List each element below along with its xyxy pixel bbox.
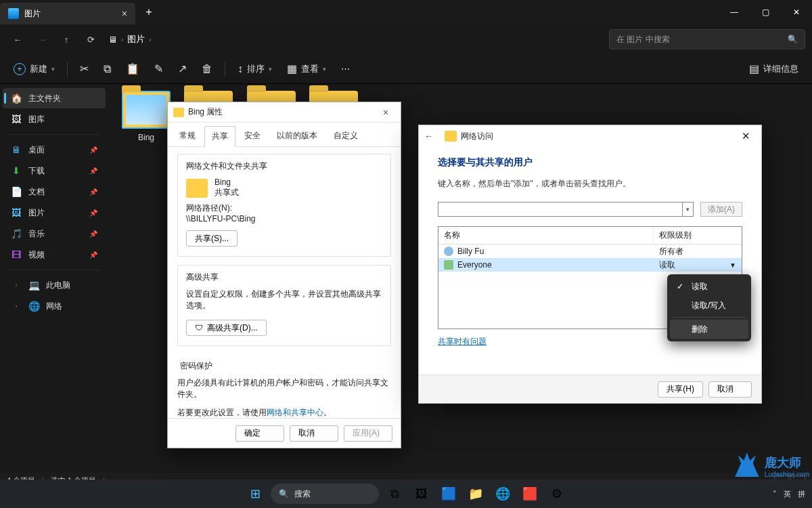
dialog-desc: 键入名称，然后单击"添加"，或者单击箭头查找用户。 bbox=[438, 178, 742, 190]
table-row[interactable]: Everyone 读取▼ bbox=[438, 258, 742, 272]
menu-item-readwrite[interactable]: 读取/写入 bbox=[670, 296, 748, 315]
sharing-trouble-link[interactable]: 共享时有问题 bbox=[438, 336, 487, 347]
tab-customize[interactable]: 自定义 bbox=[326, 125, 365, 146]
taskbar-explorer[interactable]: 📁 bbox=[464, 482, 487, 505]
chevron-down-icon[interactable]: ▼ bbox=[729, 261, 736, 269]
close-button[interactable]: ✕ bbox=[781, 0, 812, 24]
col-name[interactable]: 名称 bbox=[438, 227, 654, 244]
dialog-titlebar[interactable]: Bing 属性 × bbox=[168, 102, 401, 123]
user-name: Billy Fu bbox=[457, 247, 484, 256]
close-icon[interactable]: ✕ bbox=[736, 130, 756, 142]
advanced-share-button[interactable]: 高级共享(D)... bbox=[186, 320, 267, 336]
menu-item-remove[interactable]: 删除 bbox=[670, 320, 748, 339]
forward-button[interactable]: → bbox=[31, 28, 53, 50]
new-tab-button[interactable]: + bbox=[135, 0, 162, 24]
chevron-down-icon[interactable]: ▾ bbox=[682, 203, 693, 216]
properties-dialog: Bing 属性 × 常规 共享 安全 以前的版本 自定义 网络文件和文件夹共享 … bbox=[167, 102, 401, 448]
maximize-button[interactable]: ▢ bbox=[750, 0, 781, 24]
up-button[interactable]: ↑ bbox=[55, 28, 77, 50]
pin-icon: 📌 bbox=[89, 209, 97, 217]
minimize-button[interactable]: — bbox=[719, 0, 750, 24]
chevron-down-icon: ▾ bbox=[323, 66, 326, 72]
share-button[interactable]: 共享(S)... bbox=[186, 230, 238, 247]
explorer-tab[interactable]: 图片 × bbox=[0, 3, 135, 24]
tab-sharing[interactable]: 共享 bbox=[204, 126, 235, 147]
sidebar-item-label: 音乐 bbox=[28, 228, 45, 240]
menu-item-read[interactable]: ✓ 读取 bbox=[670, 277, 748, 296]
view-button[interactable]: ▦ 查看 ▾ bbox=[280, 58, 333, 80]
tab-label: 图片 bbox=[24, 8, 41, 20]
group-title: 密码保护 bbox=[177, 360, 215, 372]
tab-previous-versions[interactable]: 以前的版本 bbox=[269, 125, 325, 146]
chevron-right-icon: › bbox=[11, 301, 22, 312]
tray-chevron-icon[interactable]: ˄ bbox=[773, 490, 777, 499]
table-row[interactable]: Billy Fu 所有者 bbox=[438, 245, 742, 258]
sidebar-item-network[interactable]: › 🌐 网络 bbox=[3, 296, 106, 316]
new-button[interactable]: + 新建 ▾ bbox=[7, 58, 62, 80]
sort-button[interactable]: ↕ 排序 ▾ bbox=[231, 58, 279, 80]
taskbar-edge[interactable]: 🌐 bbox=[491, 482, 514, 505]
folder-bing[interactable]: Bing bbox=[118, 91, 175, 142]
search-input[interactable]: 在 图片 中搜索 🔍 bbox=[609, 29, 805, 49]
sidebar-item-thispc[interactable]: › 💻 此电脑 bbox=[3, 275, 106, 295]
delete-button[interactable]: 🗑 bbox=[195, 58, 219, 80]
pin-icon: 📌 bbox=[89, 167, 97, 175]
sidebar-item-pictures[interactable]: 🖼 图片 📌 bbox=[3, 203, 106, 223]
more-button[interactable]: ⋯ bbox=[334, 58, 357, 80]
pictures-icon bbox=[8, 8, 19, 19]
user-combobox[interactable]: ▾ bbox=[438, 202, 694, 217]
pin-icon: 📌 bbox=[89, 251, 97, 259]
tab-close-icon[interactable]: × bbox=[122, 8, 127, 19]
taskbar-settings[interactable]: ⚙ bbox=[545, 482, 568, 505]
sidebar-item-downloads[interactable]: ⬇ 下载 📌 bbox=[3, 161, 106, 181]
menu-item-label: 读取/写入 bbox=[692, 300, 726, 312]
sidebar-item-gallery[interactable]: 🖼 图库 bbox=[3, 109, 106, 129]
dialog-header: ← 网络访问 ✕ bbox=[419, 125, 761, 147]
network-center-link[interactable]: 网络和共享中心 bbox=[267, 408, 323, 417]
rename-button[interactable]: ✎ bbox=[148, 58, 170, 80]
details-pane-button[interactable]: ▤ 详细信息 bbox=[742, 58, 805, 80]
tab-general[interactable]: 常规 bbox=[172, 125, 203, 146]
share-button[interactable]: ↗ bbox=[171, 58, 194, 80]
cancel-button[interactable]: 取消 bbox=[708, 381, 752, 398]
folder-icon bbox=[186, 179, 208, 198]
menu-item-label: 删除 bbox=[692, 324, 708, 335]
share-button[interactable]: 共享(H) bbox=[658, 381, 703, 398]
folder-icon bbox=[445, 131, 457, 142]
back-button[interactable]: ← bbox=[7, 28, 28, 50]
back-button[interactable]: ← bbox=[424, 131, 445, 142]
deer-icon bbox=[732, 452, 762, 480]
search-icon: 🔍 bbox=[788, 35, 798, 44]
cancel-button[interactable]: 取消 bbox=[290, 425, 338, 442]
copy-icon: ⧉ bbox=[104, 63, 111, 75]
col-permission[interactable]: 权限级别 bbox=[654, 227, 742, 244]
taskbar-app[interactable]: 🖼 bbox=[410, 482, 433, 505]
taskbar-app[interactable]: 🟦 bbox=[437, 482, 460, 505]
close-icon[interactable]: × bbox=[376, 107, 395, 118]
task-view-button[interactable]: ⧉ bbox=[383, 482, 406, 505]
sidebar-item-documents[interactable]: 📄 文档 📌 bbox=[3, 182, 106, 202]
refresh-button[interactable]: ⟳ bbox=[80, 28, 102, 50]
ime-indicator[interactable]: 拼 bbox=[798, 489, 805, 499]
apply-button[interactable]: 应用(A) bbox=[344, 425, 392, 442]
ok-button[interactable]: 确定 bbox=[235, 425, 284, 442]
sidebar-item-videos[interactable]: 🎞 视频 📌 bbox=[3, 245, 106, 265]
copy-button[interactable]: ⧉ bbox=[97, 58, 118, 80]
dialog-heading: 选择要与其共享的用户 bbox=[438, 156, 742, 169]
taskbar-app[interactable]: 🟥 bbox=[518, 482, 541, 505]
sidebar-item-music[interactable]: 🎵 音乐 📌 bbox=[3, 224, 106, 244]
gallery-icon: 🖼 bbox=[11, 114, 22, 125]
taskbar-search[interactable]: 🔍 搜索 bbox=[271, 484, 379, 504]
sidebar-item-desktop[interactable]: 🖥 桌面 📌 bbox=[3, 140, 106, 160]
cut-button[interactable]: ✂ bbox=[73, 58, 95, 80]
tab-security[interactable]: 安全 bbox=[237, 125, 268, 146]
watermark-url: Ludashiwj.com bbox=[765, 471, 809, 478]
crumb-pictures[interactable]: 图片 bbox=[127, 33, 145, 45]
sidebar: 🏠 主文件夹 🖼 图库 🖥 桌面 📌 ⬇ 下载 📌 📄 文档 📌 🖼 图片 📌 bbox=[0, 84, 108, 473]
add-button[interactable]: 添加(A) bbox=[700, 202, 742, 217]
start-button[interactable]: ⊞ bbox=[244, 482, 267, 505]
paste-button[interactable]: 📋 bbox=[119, 58, 146, 80]
breadcrumb[interactable]: 🖥 › 图片 › bbox=[108, 33, 606, 45]
sidebar-item-home[interactable]: 🏠 主文件夹 bbox=[3, 88, 106, 108]
ime-indicator[interactable]: 英 bbox=[784, 489, 791, 499]
